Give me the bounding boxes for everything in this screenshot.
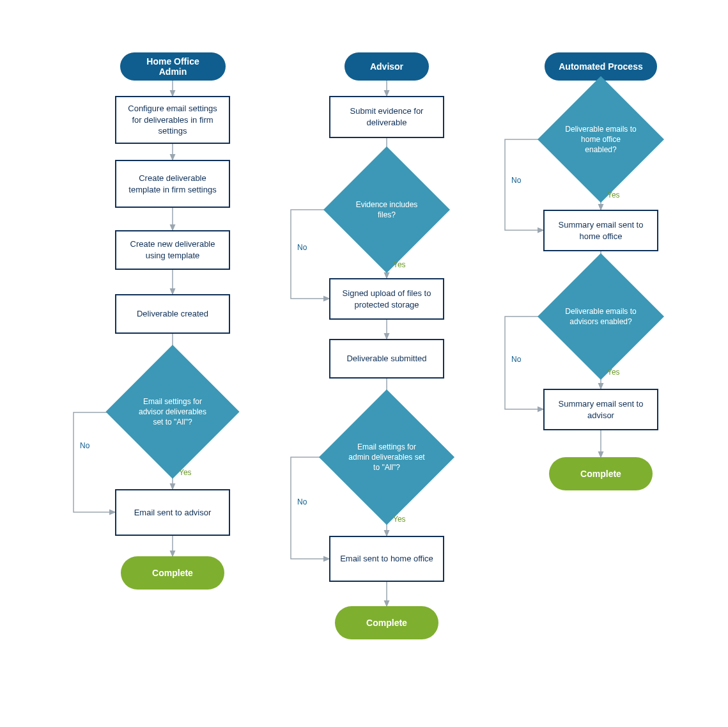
step-email-sent-advisor: Email sent to advisor: [115, 489, 230, 536]
lane-title-admin: Home Office Admin: [120, 52, 226, 81]
decision-home-enabled: Deliverable emails to home office enable…: [556, 95, 646, 184]
step-create-template: Create deliverable template in firm sett…: [115, 160, 230, 208]
step-configure-email: Configure email settings for deliverable…: [115, 96, 230, 144]
step-submit-evidence: Submit evidence for deliverable: [329, 96, 444, 138]
step-email-sent-home: Email sent to home office: [329, 536, 444, 582]
decision-evidence-files: Evidence includes files?: [342, 165, 431, 254]
label-yes: Yes: [607, 191, 620, 199]
step-create-deliverable: Create new deliverable using template: [115, 230, 230, 270]
step-deliverable-submitted: Deliverable submitted: [329, 339, 444, 379]
step-summary-advisor: Summary email sent to advisor: [543, 389, 658, 430]
label-yes: Yes: [393, 260, 406, 269]
flowchart-canvas: Home Office Admin Configure email settin…: [0, 0, 728, 727]
step-deliverable-created: Deliverable created: [115, 294, 230, 334]
label-no: No: [511, 176, 521, 185]
label-yes: Yes: [607, 368, 620, 377]
label-no: No: [297, 243, 307, 252]
label-no: No: [80, 441, 89, 450]
step-signed-upload: Signed upload of files to protected stor…: [329, 278, 444, 320]
step-complete-admin: Complete: [121, 556, 224, 590]
decision-admin-all: Email settings for admin deliverables se…: [339, 409, 435, 505]
label-no: No: [511, 355, 521, 364]
lane-title-advisor: Advisor: [345, 52, 429, 81]
label-yes: Yes: [179, 468, 192, 477]
decision-advisors-enabled: Deliverable emails to advisors enabled?: [556, 272, 646, 361]
label-no: No: [297, 497, 307, 506]
label-yes: Yes: [393, 515, 406, 524]
step-complete-auto: Complete: [549, 457, 653, 490]
step-complete-advisor: Complete: [335, 606, 438, 639]
step-summary-home: Summary email sent to home office: [543, 210, 658, 251]
decision-advisor-all: Email settings for advisor deliverables …: [125, 364, 220, 459]
